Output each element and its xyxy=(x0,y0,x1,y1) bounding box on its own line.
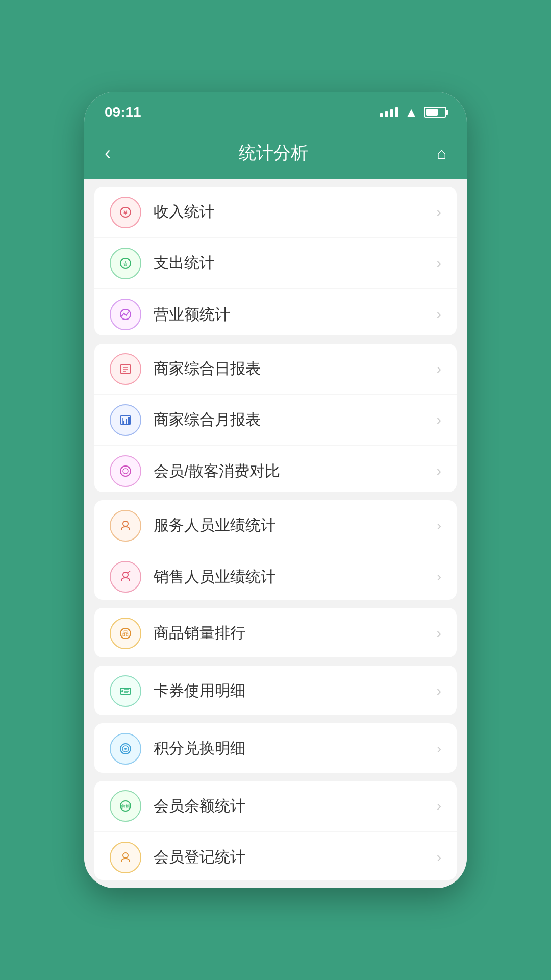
content-area: ¥ 收入统计› 支 支出统计› 营业额统计› 商家综合日报表› 商家综合月报表›… xyxy=(84,179,467,888)
menu-item-member-balance[interactable]: 余额 会员余额统计› xyxy=(94,781,457,832)
menu-item-monthly-report[interactable]: 商家综合月报表› xyxy=(94,395,457,446)
coupon-detail-arrow: › xyxy=(437,683,441,699)
back-button[interactable]: ‹ xyxy=(105,142,111,164)
product-rank-label: 商品销量排行 xyxy=(154,623,437,644)
status-bar: 09:11 ▲ xyxy=(84,92,467,133)
section-product: 品 商品销量排行› xyxy=(94,608,457,657)
section-reports: 商家综合日报表› 商家综合月报表› 会员/散客消费对比› xyxy=(94,344,457,492)
expense-label: 支出统计 xyxy=(154,253,437,274)
coupon-detail-label: 卡券使用明细 xyxy=(154,680,437,701)
menu-item-member-register[interactable]: 会员登记统计› xyxy=(94,832,457,880)
status-time: 09:11 xyxy=(105,104,141,120)
expense-arrow: › xyxy=(437,255,441,272)
sales-staff-arrow: › xyxy=(437,569,441,585)
menu-item-points-detail[interactable]: 积分兑换明细› xyxy=(94,723,457,773)
home-button[interactable]: ⌂ xyxy=(437,144,446,163)
sales-staff-label: 销售人员业绩统计 xyxy=(154,567,437,587)
member-balance-label: 会员余额统计 xyxy=(154,796,437,817)
section-staff: 服务人员业绩统计› 销售人员业绩统计› xyxy=(94,500,457,599)
section-stats: ¥ 收入统计› 支 支出统计› 营业额统计› xyxy=(94,187,457,335)
daily-report-icon xyxy=(110,353,141,385)
signal-icon xyxy=(380,107,398,117)
income-label: 收入统计 xyxy=(154,202,437,223)
wifi-icon: ▲ xyxy=(405,105,418,120)
revenue-label: 营业额统计 xyxy=(154,304,437,325)
phone-container: 09:11 ▲ ‹ 统计分析 ⌂ ¥ 收入统计› 支 支出统计› xyxy=(84,92,467,888)
revenue-arrow: › xyxy=(437,306,441,323)
menu-item-coupon-detail[interactable]: 卡券使用明细› xyxy=(94,666,457,715)
service-staff-icon xyxy=(110,510,141,542)
monthly-report-arrow: › xyxy=(437,412,441,428)
svg-rect-5 xyxy=(121,364,130,374)
menu-item-member-compare[interactable]: 会员/散客消费对比› xyxy=(94,446,457,492)
svg-point-28 xyxy=(124,748,127,750)
member-register-label: 会员登记统计 xyxy=(154,847,437,868)
service-staff-arrow: › xyxy=(437,518,441,534)
svg-point-17 xyxy=(123,572,128,577)
svg-point-14 xyxy=(120,466,131,476)
svg-text:品: 品 xyxy=(122,630,129,637)
monthly-report-icon xyxy=(110,404,141,436)
menu-item-sales-staff[interactable]: 销售人员业绩统计› xyxy=(94,551,457,599)
revenue-icon xyxy=(110,299,141,330)
section-coupon: 卡券使用明细› xyxy=(94,666,457,715)
page-title: 统计分析 xyxy=(239,141,308,165)
income-icon: ¥ xyxy=(110,197,141,228)
svg-text:¥: ¥ xyxy=(123,208,128,216)
member-compare-arrow: › xyxy=(437,463,441,479)
menu-item-service-staff[interactable]: 服务人员业绩统计› xyxy=(94,500,457,551)
member-register-arrow: › xyxy=(437,849,441,866)
svg-point-15 xyxy=(123,469,128,474)
section-points: 积分兑换明细› xyxy=(94,723,457,773)
svg-rect-12 xyxy=(126,419,127,425)
points-detail-arrow: › xyxy=(437,741,441,757)
sales-staff-icon xyxy=(110,561,141,593)
svg-line-18 xyxy=(128,571,130,573)
svg-point-31 xyxy=(123,853,128,858)
nav-bar: ‹ 统计分析 ⌂ xyxy=(84,133,467,179)
svg-text:余额: 余额 xyxy=(120,803,131,809)
coupon-detail-icon xyxy=(110,675,141,707)
monthly-report-label: 商家综合月报表 xyxy=(154,409,437,430)
menu-item-product-rank[interactable]: 品 商品销量排行› xyxy=(94,608,457,657)
svg-text:支: 支 xyxy=(122,260,129,267)
svg-rect-11 xyxy=(123,421,124,425)
menu-item-expense[interactable]: 支 支出统计› xyxy=(94,238,457,289)
svg-point-22 xyxy=(121,690,123,692)
member-compare-icon xyxy=(110,455,141,487)
svg-rect-13 xyxy=(128,417,130,425)
menu-item-income[interactable]: ¥ 收入统计› xyxy=(94,187,457,238)
service-staff-label: 服务人员业绩统计 xyxy=(154,515,437,536)
member-balance-icon: 余额 xyxy=(110,790,141,822)
daily-report-label: 商家综合日报表 xyxy=(154,358,437,379)
menu-item-daily-report[interactable]: 商家综合日报表› xyxy=(94,344,457,395)
daily-report-arrow: › xyxy=(437,361,441,377)
income-arrow: › xyxy=(437,204,441,220)
member-compare-label: 会员/散客消费对比 xyxy=(154,461,437,482)
product-rank-arrow: › xyxy=(437,625,441,642)
member-register-icon xyxy=(110,842,141,873)
section-member: 余额 会员余额统计› 会员登记统计› xyxy=(94,781,457,880)
product-rank-icon: 品 xyxy=(110,618,141,649)
svg-point-16 xyxy=(123,521,128,526)
member-balance-arrow: › xyxy=(437,798,441,814)
points-detail-label: 积分兑换明细 xyxy=(154,738,437,759)
status-right: ▲ xyxy=(380,105,446,120)
battery-icon xyxy=(424,107,446,118)
expense-icon: 支 xyxy=(110,248,141,279)
points-detail-icon xyxy=(110,733,141,765)
menu-item-revenue[interactable]: 营业额统计› xyxy=(94,289,457,335)
